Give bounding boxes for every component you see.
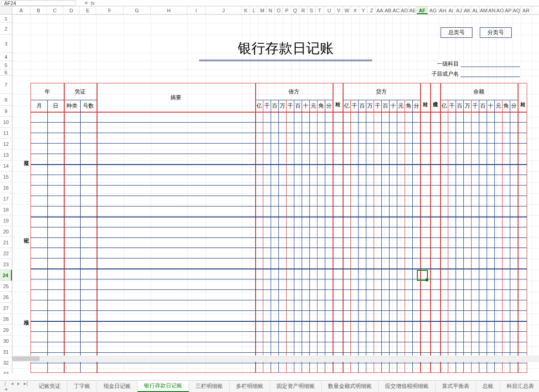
row-header-15[interactable]: 15: [0, 171, 12, 182]
col-header-Z[interactable]: Z: [368, 6, 376, 14]
col-header-M[interactable]: M: [258, 6, 267, 14]
row-header-22[interactable]: 22: [0, 248, 12, 259]
horizontal-scrollbar[interactable]: [12, 356, 539, 362]
row-header-10[interactable]: 10: [0, 117, 12, 128]
col-header-AJ[interactable]: AJ: [455, 6, 463, 14]
sheet-tab-1[interactable]: 丁字账: [67, 381, 97, 392]
tab-next-icon[interactable]: ▸: [16, 381, 21, 392]
col-header-S[interactable]: S: [308, 6, 316, 14]
col-header-Y[interactable]: Y: [359, 6, 368, 14]
col-header-AQ[interactable]: AQ: [513, 6, 521, 14]
col-header-X[interactable]: X: [351, 6, 359, 14]
row-header-8[interactable]: 8: [0, 94, 12, 106]
row-header-4[interactable]: 4: [0, 53, 12, 61]
row-header-25[interactable]: 25: [0, 281, 12, 292]
row-header-17[interactable]: 17: [0, 193, 12, 204]
row-header-21[interactable]: 21: [0, 237, 12, 248]
row-header-14[interactable]: 14: [0, 160, 12, 171]
row-header-23[interactable]: 23: [0, 259, 12, 270]
sheet-tab-5[interactable]: 多栏明细账: [230, 381, 270, 392]
sheet-tab-11[interactable]: 科目汇总表: [500, 381, 539, 392]
row-header-6[interactable]: 6: [0, 69, 12, 76]
tab-first-icon[interactable]: |◂: [4, 381, 8, 392]
col-header-O[interactable]: O: [275, 6, 283, 14]
sheet-tab-3[interactable]: 银行存款日记账: [138, 381, 189, 392]
col-header-G[interactable]: G: [123, 6, 151, 14]
tab-last-icon[interactable]: ▸|: [23, 381, 29, 392]
col-header-AI[interactable]: AI: [447, 6, 455, 14]
col-header-AM[interactable]: AM: [480, 6, 488, 14]
row-header-29[interactable]: 29: [0, 325, 12, 335]
col-header-L[interactable]: L: [250, 6, 258, 14]
col-header-V[interactable]: V: [335, 6, 343, 14]
sheet-tab-6[interactable]: 固定资产明细账: [270, 381, 322, 392]
col-header-AB[interactable]: AB: [384, 6, 392, 14]
row-header-9[interactable]: 9: [0, 106, 12, 117]
sheet-tab-4[interactable]: 三栏明细账: [189, 381, 230, 392]
col-header-N[interactable]: N: [267, 6, 275, 14]
fill-handle[interactable]: [426, 279, 428, 281]
sheet-tab-2[interactable]: 现金日记账: [97, 381, 138, 392]
col-header-J[interactable]: J: [205, 6, 242, 14]
sheet-tab-7[interactable]: 数量金额式明细账: [322, 381, 379, 392]
col-header-AK[interactable]: AK: [463, 6, 472, 14]
col-header-AE[interactable]: AE: [409, 6, 417, 14]
tab-prev-icon[interactable]: ◂: [10, 381, 15, 392]
row-header-28[interactable]: 28: [0, 314, 12, 325]
row-header-1[interactable]: 1: [0, 15, 12, 23]
cancel-icon[interactable]: ✕: [84, 0, 88, 5]
row-header-26[interactable]: 26: [0, 292, 12, 303]
selected-cell[interactable]: [417, 270, 428, 281]
col-header-C[interactable]: C: [47, 6, 63, 14]
col-header-AR[interactable]: AR: [521, 6, 532, 14]
col-header-AF[interactable]: AF: [417, 6, 428, 14]
col-header-P[interactable]: P: [283, 6, 291, 14]
row-header-5[interactable]: 5: [0, 61, 12, 69]
row-header-13[interactable]: 13: [0, 150, 12, 160]
fx-icon[interactable]: fx: [91, 0, 95, 6]
col-header-U[interactable]: U: [324, 6, 335, 14]
col-header-R[interactable]: R: [299, 6, 308, 14]
row-header-16[interactable]: 16: [0, 182, 12, 193]
col-header-AC[interactable]: AC: [392, 6, 400, 14]
sheet-tab-0[interactable]: 记账凭证: [32, 381, 67, 392]
col-header-AD[interactable]: AD: [400, 6, 409, 14]
col-header-F[interactable]: F: [96, 6, 123, 14]
col-header-H[interactable]: H: [151, 6, 187, 14]
col-header-AA[interactable]: AA: [376, 6, 384, 14]
row-header-32[interactable]: 32: [0, 357, 12, 368]
col-header-B[interactable]: B: [31, 6, 47, 14]
sheet-tab-10[interactable]: 总账: [476, 381, 500, 392]
row-header-3[interactable]: 3: [0, 35, 12, 53]
scrollbar-thumb[interactable]: [12, 356, 40, 361]
row-header-19[interactable]: 19: [0, 215, 12, 226]
row-header-20[interactable]: 20: [0, 226, 12, 237]
row-header-24[interactable]: 24: [0, 270, 12, 281]
sheet-tab-9[interactable]: 算式平衡表: [436, 381, 476, 392]
row-header-33[interactable]: 33: [0, 368, 12, 374]
col-header-AL[interactable]: AL: [472, 6, 480, 14]
sheet-tab-8[interactable]: 应交增值税明细账: [379, 381, 436, 392]
col-header-A[interactable]: A: [12, 6, 31, 14]
col-header-I[interactable]: I: [187, 6, 205, 14]
col-header-E[interactable]: E: [80, 6, 96, 14]
col-header-AP[interactable]: AP: [504, 6, 513, 14]
col-header-D[interactable]: D: [63, 6, 80, 14]
name-box[interactable]: AF24: [1, 0, 76, 6]
row-header-12[interactable]: 12: [0, 139, 12, 150]
col-header-AO[interactable]: AO: [496, 6, 504, 14]
row-header-7[interactable]: 7: [0, 76, 12, 94]
col-header-AG[interactable]: AG: [428, 6, 439, 14]
col-header-K[interactable]: K: [242, 6, 250, 14]
col-header-W[interactable]: W: [343, 6, 351, 14]
row-header-31[interactable]: 31: [0, 346, 12, 357]
row-header-27[interactable]: 27: [0, 303, 12, 314]
row-header-30[interactable]: 30: [0, 335, 12, 346]
select-all-corner[interactable]: [0, 6, 12, 14]
row-header-18[interactable]: 18: [0, 204, 12, 215]
row-header-11[interactable]: 11: [0, 128, 12, 139]
col-header-Q[interactable]: Q: [291, 6, 299, 14]
col-header-T[interactable]: T: [316, 6, 324, 14]
col-header-AH[interactable]: AH: [439, 6, 447, 14]
col-header-AN[interactable]: AN: [488, 6, 496, 14]
